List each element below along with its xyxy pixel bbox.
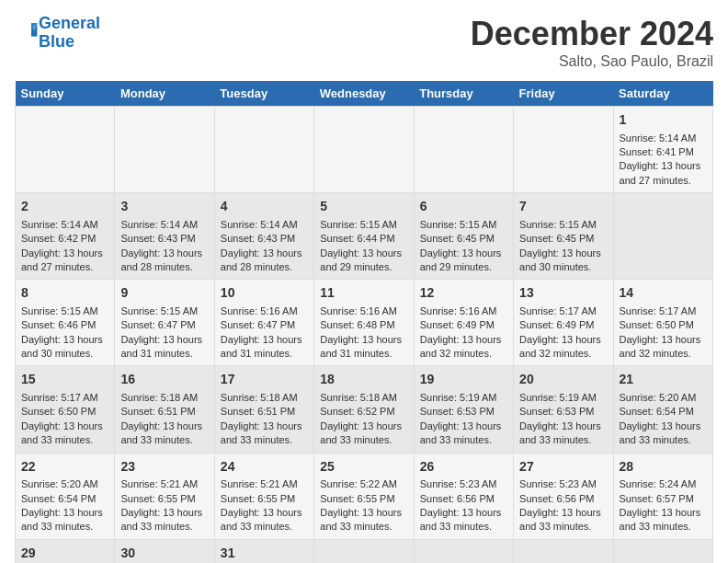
day-info: Sunrise: 5:24 AM bbox=[620, 478, 697, 489]
day-info: Sunset: 6:41 PM bbox=[620, 146, 694, 157]
calendar-day: 16Sunrise: 5:18 AMSunset: 6:51 PMDayligh… bbox=[115, 366, 214, 453]
calendar-day: 22Sunrise: 5:20 AMSunset: 6:54 PMDayligh… bbox=[16, 453, 115, 539]
day-info: Sunset: 6:53 PM bbox=[519, 406, 594, 417]
day-info: Daylight: 13 hours bbox=[519, 507, 601, 518]
col-header-monday: Monday bbox=[115, 81, 214, 107]
day-info: Sunrise: 5:16 AM bbox=[320, 305, 397, 316]
calendar-day: 17Sunrise: 5:18 AMSunset: 6:51 PMDayligh… bbox=[214, 366, 313, 453]
calendar-row: 8Sunrise: 5:15 AMSunset: 6:46 PMDaylight… bbox=[16, 280, 713, 366]
calendar-day bbox=[613, 539, 712, 563]
calendar-day bbox=[613, 193, 712, 280]
calendar-row: 2Sunrise: 5:14 AMSunset: 6:42 PMDaylight… bbox=[16, 193, 713, 280]
day-info: Daylight: 13 hours bbox=[420, 334, 502, 345]
calendar-row: 15Sunrise: 5:17 AMSunset: 6:50 PMDayligh… bbox=[16, 366, 713, 453]
day-info: Sunrise: 5:15 AM bbox=[120, 305, 198, 316]
day-number: 3 bbox=[120, 198, 208, 216]
day-info: Sunset: 6:55 PM bbox=[221, 493, 295, 504]
day-info: and 33 minutes. bbox=[320, 434, 392, 445]
calendar-day: 9Sunrise: 5:15 AMSunset: 6:47 PMDaylight… bbox=[115, 280, 214, 366]
day-number: 15 bbox=[21, 371, 108, 389]
calendar-day: 4Sunrise: 5:14 AMSunset: 6:43 PMDaylight… bbox=[214, 193, 313, 280]
calendar-day: 5Sunrise: 5:15 AMSunset: 6:44 PMDaylight… bbox=[314, 193, 414, 280]
day-info: Sunrise: 5:15 AM bbox=[519, 219, 597, 230]
day-info: and 33 minutes. bbox=[320, 521, 392, 532]
day-number: 19 bbox=[420, 371, 507, 389]
day-info: Sunset: 6:53 PM bbox=[420, 406, 495, 417]
day-info: Sunset: 6:49 PM bbox=[519, 319, 594, 330]
day-info: Sunset: 6:56 PM bbox=[519, 493, 594, 504]
calendar-row: 1Sunrise: 5:14 AMSunset: 6:41 PMDaylight… bbox=[16, 107, 713, 193]
col-header-saturday: Saturday bbox=[613, 81, 712, 107]
day-info: Sunrise: 5:14 AM bbox=[221, 219, 298, 230]
day-info: and 33 minutes. bbox=[221, 521, 292, 532]
day-number: 18 bbox=[320, 371, 407, 389]
calendar-day: 26Sunrise: 5:23 AMSunset: 6:56 PMDayligh… bbox=[414, 453, 513, 539]
calendar-day: 28Sunrise: 5:24 AMSunset: 6:57 PMDayligh… bbox=[613, 453, 712, 539]
calendar-day: 12Sunrise: 5:16 AMSunset: 6:49 PMDayligh… bbox=[414, 280, 513, 366]
day-info: Sunset: 6:55 PM bbox=[320, 493, 394, 504]
day-info: Daylight: 13 hours bbox=[320, 507, 402, 518]
empty-cell bbox=[514, 107, 613, 193]
col-header-sunday: Sunday bbox=[16, 81, 115, 107]
day-info: Sunrise: 5:17 AM bbox=[620, 305, 697, 316]
day-info: Daylight: 13 hours bbox=[21, 420, 103, 431]
day-number: 12 bbox=[420, 284, 507, 303]
page-header: General Blue December 2024 Salto, Sao Pa… bbox=[15, 15, 713, 70]
day-number: 29 bbox=[21, 545, 108, 563]
calendar-day: 8Sunrise: 5:15 AMSunset: 6:46 PMDaylight… bbox=[16, 280, 115, 366]
day-number: 24 bbox=[221, 458, 308, 477]
logo-icon bbox=[17, 20, 39, 42]
logo-line2: Blue bbox=[39, 32, 74, 51]
day-info: Daylight: 13 hours bbox=[620, 507, 701, 518]
day-info: and 29 minutes. bbox=[320, 261, 392, 272]
day-info: and 32 minutes. bbox=[420, 348, 492, 359]
calendar-day: 1Sunrise: 5:14 AMSunset: 6:41 PMDaylight… bbox=[613, 107, 712, 193]
location-subtitle: Salto, Sao Paulo, Brazil bbox=[471, 53, 713, 70]
day-info: Sunset: 6:44 PM bbox=[320, 233, 394, 244]
day-info: and 33 minutes. bbox=[21, 521, 93, 532]
day-info: and 33 minutes. bbox=[519, 521, 591, 532]
day-info: Daylight: 13 hours bbox=[620, 420, 701, 431]
calendar-day: 24Sunrise: 5:21 AMSunset: 6:55 PMDayligh… bbox=[214, 453, 313, 539]
calendar-day: 21Sunrise: 5:20 AMSunset: 6:54 PMDayligh… bbox=[613, 366, 712, 453]
day-number: 27 bbox=[519, 458, 607, 477]
day-info: Daylight: 13 hours bbox=[320, 334, 402, 345]
day-number: 26 bbox=[420, 458, 507, 477]
day-info: Sunset: 6:46 PM bbox=[21, 319, 96, 330]
day-info: Sunset: 6:52 PM bbox=[320, 406, 394, 417]
day-number: 31 bbox=[221, 545, 308, 563]
day-number: 17 bbox=[221, 371, 308, 389]
day-info: Sunset: 6:51 PM bbox=[120, 406, 195, 417]
day-info: and 33 minutes. bbox=[620, 434, 691, 445]
day-number: 7 bbox=[519, 198, 607, 216]
day-number: 22 bbox=[21, 458, 108, 477]
calendar-day: 10Sunrise: 5:16 AMSunset: 6:47 PMDayligh… bbox=[214, 280, 313, 366]
calendar-row: 22Sunrise: 5:20 AMSunset: 6:54 PMDayligh… bbox=[16, 453, 713, 539]
day-info: and 28 minutes. bbox=[120, 261, 192, 272]
day-info: Daylight: 13 hours bbox=[221, 334, 302, 345]
day-info: Daylight: 13 hours bbox=[120, 247, 202, 259]
col-header-thursday: Thursday bbox=[414, 81, 513, 107]
day-number: 14 bbox=[620, 284, 707, 303]
day-number: 23 bbox=[120, 458, 208, 477]
day-info: Daylight: 13 hours bbox=[21, 507, 103, 518]
day-info: Sunrise: 5:14 AM bbox=[620, 132, 697, 144]
day-info: Sunset: 6:50 PM bbox=[620, 319, 694, 330]
day-info: Sunrise: 5:16 AM bbox=[420, 305, 497, 316]
day-info: Sunrise: 5:23 AM bbox=[420, 478, 497, 489]
day-info: Daylight: 13 hours bbox=[620, 160, 701, 171]
day-info: Sunset: 6:49 PM bbox=[420, 319, 495, 330]
day-info: and 33 minutes. bbox=[519, 434, 591, 445]
day-info: and 33 minutes. bbox=[420, 434, 492, 445]
title-block: December 2024 Salto, Sao Paulo, Brazil bbox=[471, 15, 713, 70]
day-info: Sunset: 6:47 PM bbox=[221, 319, 295, 330]
day-info: Daylight: 13 hours bbox=[620, 334, 701, 345]
day-info: Sunrise: 5:15 AM bbox=[320, 219, 397, 230]
day-info: and 33 minutes. bbox=[120, 521, 192, 532]
day-info: Sunrise: 5:16 AM bbox=[221, 305, 298, 316]
calendar-day: 27Sunrise: 5:23 AMSunset: 6:56 PMDayligh… bbox=[514, 453, 613, 539]
day-info: Sunset: 6:55 PM bbox=[120, 493, 195, 504]
day-info: Sunset: 6:56 PM bbox=[420, 493, 495, 504]
day-info: Sunset: 6:43 PM bbox=[120, 233, 195, 244]
day-info: Sunrise: 5:21 AM bbox=[221, 478, 298, 489]
